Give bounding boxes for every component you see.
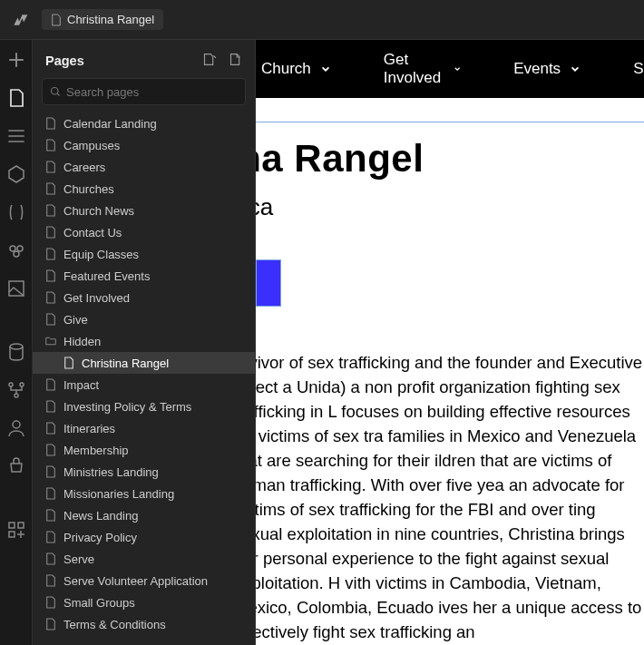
page-item-label: Featured Events	[63, 269, 150, 283]
page-title[interactable]: ina Rangel	[256, 137, 644, 181]
page-item[interactable]: Give	[33, 308, 255, 330]
svg-point-7	[15, 394, 18, 397]
page-item-label: Impact	[63, 378, 99, 392]
nav-item-church[interactable]: Church	[261, 60, 331, 78]
page-item[interactable]: Calendar Landing	[33, 112, 255, 134]
page-content: ina Rangel ica urvivor of sex traffickin…	[256, 98, 644, 644]
pages-panel: Pages Calendar LandingCampusesCareersChu…	[33, 40, 256, 645]
variables-button[interactable]	[5, 201, 27, 223]
page-item[interactable]: Ministries Landing	[33, 461, 255, 483]
page-item[interactable]: Terms & Conditions	[33, 613, 255, 635]
page-item-label: Church News	[63, 204, 134, 218]
page-item[interactable]: Church News	[33, 200, 255, 221]
users-button[interactable]	[5, 417, 27, 439]
page-item-label: Itineraries	[63, 422, 115, 435]
chevron-down-icon	[454, 64, 461, 74]
chevron-down-icon	[320, 64, 331, 74]
ecommerce-button[interactable]	[5, 455, 27, 477]
new-folder-icon[interactable]	[229, 53, 242, 69]
page-item[interactable]: Campuses	[33, 134, 255, 156]
components-button[interactable]	[5, 163, 27, 185]
breadcrumb-label: Christina Rangel	[67, 13, 154, 26]
svg-rect-9	[9, 523, 15, 528]
page-item-label: Christina Rangel	[82, 357, 169, 370]
page-item-label: Give	[63, 313, 88, 327]
page-item-label: Ministries Landing	[63, 465, 159, 479]
page-item[interactable]: Impact	[33, 374, 255, 396]
page-search-input[interactable]	[66, 85, 238, 99]
new-page-icon[interactable]	[202, 53, 216, 69]
page-item[interactable]: Investing Policy & Terms	[33, 396, 255, 417]
page-item-label: Membership	[63, 444, 129, 457]
page-item[interactable]: Membership	[33, 439, 255, 461]
page-item[interactable]: Privacy Policy	[33, 526, 255, 548]
page-item[interactable]: News Landing	[33, 504, 255, 526]
left-toolbar	[0, 40, 33, 645]
page-item-label: Calendar Landing	[63, 117, 157, 131]
svg-point-5	[9, 383, 13, 386]
page-item[interactable]: Itineraries	[33, 417, 255, 439]
page-item-label: Campuses	[63, 139, 120, 152]
page-item-label: Churches	[63, 182, 114, 196]
page-item-label: Terms & Conditions	[63, 618, 166, 631]
apps-button[interactable]	[5, 519, 27, 541]
body-text[interactable]: urvivor of sex trafficking and the found…	[256, 350, 644, 644]
page-list[interactable]: Calendar LandingCampusesCareersChurchesC…	[33, 112, 255, 645]
style-selectors-button[interactable]	[5, 239, 27, 261]
nav-item-get-involved[interactable]: Get Involved	[384, 51, 461, 87]
page-item[interactable]: Serve	[33, 548, 255, 570]
cms-button[interactable]	[5, 341, 27, 363]
page-item[interactable]: Equip Classes	[33, 243, 255, 265]
breadcrumb-current-page[interactable]: Christina Rangel	[42, 9, 163, 30]
add-element-button[interactable]	[5, 49, 27, 71]
page-item-label: Hidden	[63, 335, 101, 348]
page-item-label: Contact Us	[63, 226, 122, 239]
page-item[interactable]: Christina Rangel	[33, 352, 255, 374]
page-item[interactable]: Get Involved	[33, 287, 255, 308]
selected-image-element[interactable]	[256, 259, 281, 307]
svg-point-2	[14, 251, 19, 257]
panel-title: Pages	[45, 54, 84, 68]
pages-button[interactable]	[5, 87, 27, 109]
panel-header: Pages	[33, 40, 255, 78]
page-item[interactable]: Churches	[33, 178, 255, 200]
chevron-down-icon	[570, 64, 581, 74]
svg-point-8	[13, 421, 20, 428]
page-item[interactable]: Contact Us	[33, 221, 255, 243]
page-search[interactable]	[42, 78, 246, 105]
page-item-label: Equip Classes	[63, 248, 139, 261]
page-item[interactable]: Small Groups	[33, 591, 255, 613]
svg-rect-11	[9, 532, 15, 537]
selection-outline	[256, 122, 644, 122]
top-bar: Christina Rangel	[0, 0, 644, 40]
nav-item-events[interactable]: Events	[513, 60, 581, 78]
svg-point-4	[10, 344, 23, 349]
page-item[interactable]: Hidden	[33, 330, 255, 352]
page-item[interactable]: Careers	[33, 156, 255, 178]
svg-point-0	[10, 246, 15, 251]
assets-button[interactable]	[5, 278, 27, 299]
nav-label: Church	[261, 60, 311, 78]
search-icon	[50, 86, 61, 97]
svg-point-12	[52, 88, 59, 95]
canvas[interactable]: Church Get Involved Events Schoo ina Ran…	[256, 40, 644, 645]
site-nav: Church Get Involved Events Schoo	[256, 40, 644, 98]
svg-point-1	[17, 246, 23, 251]
page-subtitle[interactable]: ica	[256, 193, 644, 221]
page-item-label: Careers	[63, 161, 105, 174]
page-item-label: Serve Volunteer Application	[63, 574, 208, 588]
page-item-label: Missionaries Landing	[63, 487, 174, 501]
page-item[interactable]: Missionaries Landing	[33, 483, 255, 504]
webflow-logo[interactable]	[11, 11, 29, 29]
navigator-button[interactable]	[5, 125, 27, 147]
svg-point-6	[20, 383, 24, 386]
page-item[interactable]: Featured Events	[33, 265, 255, 287]
nav-item-school[interactable]: Schoo	[633, 60, 644, 78]
svg-rect-10	[18, 523, 24, 528]
nav-label: Events	[513, 60, 561, 78]
logic-button[interactable]	[5, 379, 27, 401]
page-item-label: Get Involved	[63, 291, 130, 305]
nav-label: Schoo	[633, 60, 644, 78]
page-item[interactable]: Serve Volunteer Application	[33, 570, 255, 591]
page-item-label: News Landing	[63, 509, 138, 523]
